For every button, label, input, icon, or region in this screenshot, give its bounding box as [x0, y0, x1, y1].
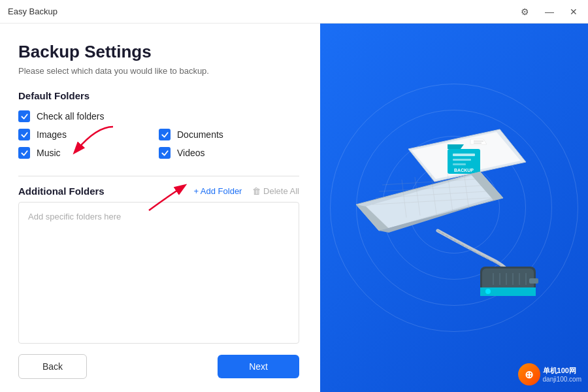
- check-all-row[interactable]: Check all folders: [18, 110, 299, 122]
- svg-text:BACKUP: BACKUP: [454, 168, 474, 172]
- svg-rect-8: [453, 163, 466, 165]
- backup-illustration: BACKUP: [336, 110, 572, 306]
- minimize-btn[interactable]: —: [542, 6, 557, 18]
- folder-checkboxes: Images Documents Music: [18, 129, 299, 159]
- watermark: ⊕ 单机100网 danji100.com: [518, 363, 581, 385]
- watermark-logo: ⊕: [518, 363, 540, 385]
- page-title: Backup Settings: [18, 42, 299, 62]
- add-folder-btn[interactable]: + Add Folder: [193, 186, 242, 196]
- additional-heading: Additional Folders: [18, 186, 105, 197]
- svg-rect-32: [529, 278, 538, 284]
- documents-checkbox-item[interactable]: Documents: [159, 129, 299, 140]
- additional-placeholder: Add specific folders here: [28, 212, 121, 221]
- page-subtitle: Please select which data you would like …: [18, 66, 299, 76]
- additional-header: Additional Folders + Add Folder 🗑 Delete…: [18, 186, 299, 197]
- documents-checkbox[interactable]: [159, 129, 171, 140]
- images-label: Images: [37, 129, 67, 140]
- svg-point-31: [485, 289, 491, 294]
- window-controls: ⚙ — ✕: [518, 6, 580, 18]
- right-panel: BACKUP: [320, 24, 588, 392]
- videos-checkbox[interactable]: [159, 147, 171, 159]
- videos-label: Videos: [177, 148, 205, 158]
- music-checkbox[interactable]: [18, 147, 30, 159]
- titlebar: Easy Backup ⚙ — ✕: [0, 0, 588, 24]
- documents-label: Documents: [177, 129, 223, 140]
- images-checkbox-item[interactable]: Images: [18, 129, 159, 140]
- videos-checkbox-item[interactable]: Videos: [159, 147, 299, 159]
- images-checkbox[interactable]: [18, 129, 30, 140]
- divider: [18, 176, 299, 176]
- music-label: Music: [37, 148, 61, 158]
- settings-btn[interactable]: ⚙: [518, 6, 532, 18]
- default-folders-heading: Default Folders: [18, 90, 299, 101]
- additional-folders-area: Add specific folders here: [18, 202, 299, 344]
- delete-all-btn[interactable]: 🗑 Delete All: [252, 186, 299, 196]
- close-btn[interactable]: ✕: [567, 6, 580, 18]
- svg-rect-7: [453, 159, 471, 161]
- check-all-label: Check all folders: [37, 111, 105, 122]
- watermark-text: 单机100网 danji100.com: [543, 366, 581, 383]
- check-all-checkbox[interactable]: [18, 110, 30, 122]
- back-button[interactable]: Back: [18, 354, 87, 379]
- left-panel: Backup Settings Please select which data…: [0, 24, 320, 392]
- next-button[interactable]: Next: [218, 355, 299, 378]
- app-title: Easy Backup: [8, 7, 57, 16]
- music-checkbox-item[interactable]: Music: [18, 147, 159, 159]
- svg-marker-14: [366, 175, 497, 228]
- bottom-bar: Back Next: [18, 344, 299, 379]
- main-layout: Backup Settings Please select which data…: [0, 24, 588, 392]
- svg-rect-6: [453, 154, 475, 156]
